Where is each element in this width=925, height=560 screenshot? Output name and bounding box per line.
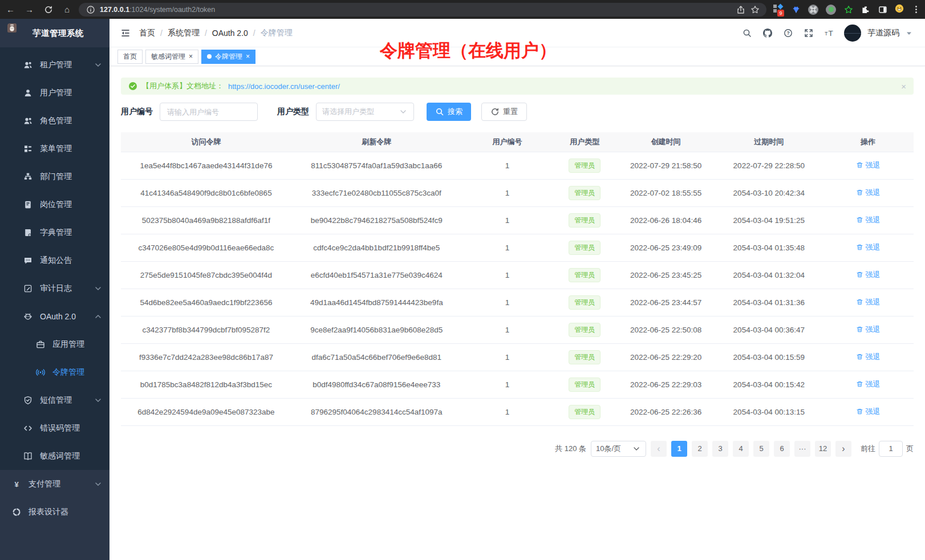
sidebar-item-dict[interactable]: 字典管理 (0, 218, 109, 246)
sidebar-item-token-manage[interactable]: 令牌管理 (0, 358, 109, 386)
app-logo[interactable]: 芋道管理系统 (0, 19, 109, 47)
address-bar[interactable]: 127.0.0.1:1024/system/oauth2/token (79, 3, 766, 17)
github-icon[interactable] (762, 27, 773, 38)
page-button-1[interactable]: 1 (671, 441, 687, 457)
sidebar-item-post[interactable]: 岗位管理 (0, 190, 109, 218)
forward-icon[interactable]: → (25, 5, 34, 14)
chevron-down-icon (94, 396, 103, 405)
sidebar-item-label: 短信管理 (40, 395, 72, 405)
svg-text:?: ? (786, 30, 789, 36)
browser-menu-icon[interactable] (913, 5, 919, 14)
user-id-input[interactable] (160, 103, 258, 121)
created-time-cell: 2022-06-25 23:45:25 (616, 261, 716, 289)
url-text[interactable]: 127.0.0.1:1024/system/oauth2/token (100, 6, 731, 14)
force-logout-button[interactable]: 强退 (856, 297, 881, 307)
browser-profile-avatar[interactable] (895, 4, 906, 15)
sidebar-item-tenant[interactable]: 租户管理 (0, 51, 109, 79)
sidebar-fold-icon[interactable] (121, 29, 130, 38)
doc-link[interactable]: https://doc.iocoder.cn/user-center/ (228, 82, 340, 91)
sidebar-item-notice[interactable]: 通知公告 (0, 246, 109, 274)
force-logout-button[interactable]: 强退 (856, 352, 881, 362)
force-logout-button[interactable]: 强退 (856, 188, 881, 198)
gem-extension-icon[interactable] (791, 5, 801, 14)
close-icon[interactable]: × (246, 53, 250, 60)
search-button[interactable]: 搜索 (427, 103, 471, 121)
tab-home[interactable]: 首页 (117, 50, 143, 64)
site-info-icon[interactable] (86, 5, 95, 14)
page-button-12[interactable]: 12 (815, 441, 831, 457)
side-panel-icon[interactable] (878, 5, 887, 14)
extension-grid-icon[interactable]: 9 (773, 5, 784, 14)
share-icon[interactable] (736, 5, 745, 14)
page-button-6[interactable]: 6 (774, 441, 790, 457)
sidebar-item-label: OAuth 2.0 (40, 312, 76, 321)
sidebar-item-oauth2[interactable]: OAuth 2.0 (0, 302, 109, 330)
sidebar-item-error-code[interactable]: 错误码管理 (0, 414, 109, 442)
green-star-extension-icon[interactable] (843, 5, 853, 14)
page-button-4[interactable]: 4 (733, 441, 749, 457)
user-type-select[interactable]: 请选择用户类型 (316, 103, 414, 121)
username[interactable]: 芋道源码 (867, 28, 899, 38)
recorder-extension-icon[interactable] (826, 5, 836, 15)
page-button-5[interactable]: 5 (753, 441, 769, 457)
goto-page-input[interactable] (879, 441, 903, 457)
force-logout-button[interactable]: 强退 (856, 324, 881, 335)
sidebar-item-app-manage[interactable]: 应用管理 (0, 330, 109, 358)
chevron-down-icon (94, 60, 103, 70)
user-avatar[interactable] (844, 25, 861, 42)
puzzle-extensions-icon[interactable] (861, 5, 870, 14)
force-logout-button[interactable]: 强退 (856, 160, 881, 171)
sidebar-item-audit-log[interactable]: 审计日志 (0, 274, 109, 302)
home-icon[interactable]: ⌂ (62, 5, 72, 14)
force-logout-button[interactable]: 强退 (856, 242, 881, 253)
breadcrumb-system[interactable]: 系统管理 (168, 28, 200, 38)
expire-time-cell: 2054-03-04 19:51:25 (715, 206, 822, 234)
user-type-tag: 管理员 (569, 213, 601, 228)
force-logout-button[interactable]: 强退 (856, 407, 881, 417)
breadcrumb: 首页 / 系统管理 / OAuth 2.0 / 令牌管理 (139, 28, 293, 38)
user-id-cell: 1 (462, 234, 553, 261)
page-button-3[interactable]: 3 (712, 441, 728, 457)
tab-sensitive-word[interactable]: 敏感词管理× (145, 50, 198, 64)
sidebar-item-menu[interactable]: 菜单管理 (0, 135, 109, 163)
back-icon[interactable]: ← (6, 5, 15, 14)
created-time-cell: 2022-06-25 22:29:20 (616, 343, 716, 371)
force-logout-button[interactable]: 强退 (856, 270, 881, 280)
user-type-tag: 管理员 (569, 323, 601, 337)
command-extension-icon[interactable] (808, 5, 818, 15)
close-icon[interactable]: × (189, 53, 193, 60)
created-time-cell: 2022-06-25 22:26:36 (616, 398, 716, 425)
sidebar-item-report-designer[interactable]: 报表设计器 (0, 498, 109, 526)
breadcrumb-oauth2[interactable]: OAuth 2.0 (212, 29, 248, 38)
table-row: b0d1785bc3a8482f812db4a3f3bd15ecb0df4980… (121, 371, 914, 398)
page-size-select[interactable]: 10条/页 (591, 441, 646, 457)
breadcrumb-home[interactable]: 首页 (139, 28, 155, 38)
sidebar-item-label: 应用管理 (52, 339, 84, 350)
reset-button[interactable]: 重置 (481, 103, 527, 121)
next-page-button[interactable]: › (835, 441, 851, 457)
alert-close-icon[interactable]: × (901, 82, 906, 91)
table-row: c342377bf8b344799dcbf7bf095287f29ce8ef2a… (121, 316, 914, 343)
sidebar-item-sms[interactable]: 短信管理 (0, 386, 109, 414)
reload-icon[interactable] (43, 5, 53, 14)
help-icon[interactable]: ? (782, 27, 793, 38)
sidebar-item-user[interactable]: 用户管理 (0, 79, 109, 107)
force-logout-button[interactable]: 强退 (856, 379, 881, 389)
more-pages-button[interactable]: ··· (794, 441, 810, 457)
page-button-2[interactable]: 2 (692, 441, 708, 457)
sidebar-item-pay[interactable]: ¥支付管理 (0, 470, 109, 498)
sidebar-item-dept[interactable]: 部门管理 (0, 163, 109, 190)
bookmark-star-icon[interactable] (750, 5, 760, 14)
force-logout-button[interactable]: 强退 (856, 215, 881, 225)
tab-token-manage[interactable]: 令牌管理× (201, 50, 255, 64)
access-token-cell: 1ea5e44f8bc1467aaede43144f31de76 (121, 152, 291, 179)
table-body: 1ea5e44f8bc1467aaede43144f31de76811c5304… (121, 152, 914, 425)
font-size-icon[interactable]: TT (823, 27, 834, 38)
search-icon[interactable] (741, 27, 752, 38)
signal-icon (35, 368, 46, 377)
sidebar-item-sensitive-word[interactable]: 敏感词管理 (0, 442, 109, 470)
prev-page-button[interactable]: ‹ (651, 441, 667, 457)
fullscreen-icon[interactable] (803, 27, 814, 38)
caret-down-icon[interactable] (904, 29, 914, 38)
sidebar-item-role[interactable]: 角色管理 (0, 107, 109, 135)
